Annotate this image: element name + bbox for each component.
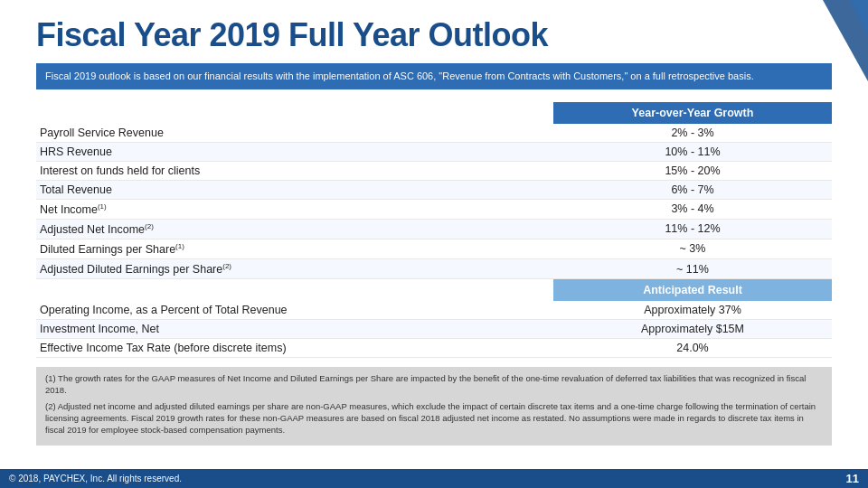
row-value: 24.0%: [553, 339, 832, 358]
row-value: ~ 3%: [553, 239, 832, 258]
row-value: ~ 11%: [553, 258, 832, 278]
page-number: 11: [846, 472, 859, 485]
row-label: Diluted Earnings per Share(1): [36, 239, 553, 258]
section2-empty-cell: [36, 279, 553, 302]
row-value: 11% - 12%: [553, 219, 832, 239]
section1-body: Payroll Service Revenue2% - 3%HRS Revenu…: [36, 124, 832, 279]
yoy-header: Year-over-Year Growth: [553, 102, 832, 124]
row-value: 3% - 4%: [553, 199, 832, 219]
footer-bar: © 2018, PAYCHEX, Inc. All rights reserve…: [0, 469, 868, 488]
row-label: Adjusted Net Income(2): [36, 219, 553, 239]
table-row: Diluted Earnings per Share(1)~ 3%: [36, 239, 832, 258]
section2-header-row: Anticipated Result: [36, 279, 832, 302]
section2-header-body: Anticipated Result: [36, 279, 832, 302]
table-row: Adjusted Diluted Earnings per Share(2)~ …: [36, 258, 832, 278]
row-label: Investment Income, Net: [36, 320, 553, 339]
table-row: Operating Income, as a Percent of Total …: [36, 301, 832, 320]
row-label: Net Income(1): [36, 199, 553, 219]
row-label: Operating Income, as a Percent of Total …: [36, 301, 553, 320]
table-header-row: Year-over-Year Growth: [36, 102, 832, 124]
row-value: 15% - 20%: [553, 161, 832, 180]
header-empty-cell: [36, 102, 553, 124]
row-value: Approximately 37%: [553, 301, 832, 320]
footnote-2: (2) Adjusted net income and adjusted dil…: [45, 400, 823, 436]
section2-body: Operating Income, as a Percent of Total …: [36, 301, 832, 358]
row-label: Total Revenue: [36, 180, 553, 199]
row-value: 2% - 3%: [553, 124, 832, 143]
table-row: Interest on funds held for clients15% - …: [36, 161, 832, 180]
row-label: Interest on funds held for clients: [36, 161, 553, 180]
row-value: Approximately $15M: [553, 320, 832, 339]
row-label: Adjusted Diluted Earnings per Share(2): [36, 258, 553, 278]
table-row: HRS Revenue10% - 11%: [36, 142, 832, 161]
row-value: 10% - 11%: [553, 142, 832, 161]
footer-text: © 2018, PAYCHEX, Inc. All rights reserve…: [9, 474, 182, 483]
table-row: Payroll Service Revenue2% - 3%: [36, 124, 832, 143]
anticipated-header: Anticipated Result: [553, 279, 832, 302]
row-label: HRS Revenue: [36, 142, 553, 161]
row-value: 6% - 7%: [553, 180, 832, 199]
footnote-1: (1) The growth rates for the GAAP measur…: [45, 372, 823, 397]
row-label: Payroll Service Revenue: [36, 124, 553, 143]
table-row: Investment Income, NetApproximately $15M: [36, 320, 832, 339]
table-row: Total Revenue6% - 7%: [36, 180, 832, 199]
subtitle-box: Fiscal 2019 outlook is based on our fina…: [36, 63, 832, 89]
row-label: Effective Income Tax Rate (before discre…: [36, 339, 553, 358]
table-row: Adjusted Net Income(2)11% - 12%: [36, 219, 832, 239]
data-table: Year-over-Year Growth Payroll Service Re…: [36, 102, 832, 359]
table-row: Effective Income Tax Rate (before discre…: [36, 339, 832, 358]
footnotes-box: (1) The growth rates for the GAAP measur…: [36, 367, 832, 445]
page-title: Fiscal Year 2019 Full Year Outlook: [36, 16, 832, 54]
table-row: Net Income(1)3% - 4%: [36, 199, 832, 219]
